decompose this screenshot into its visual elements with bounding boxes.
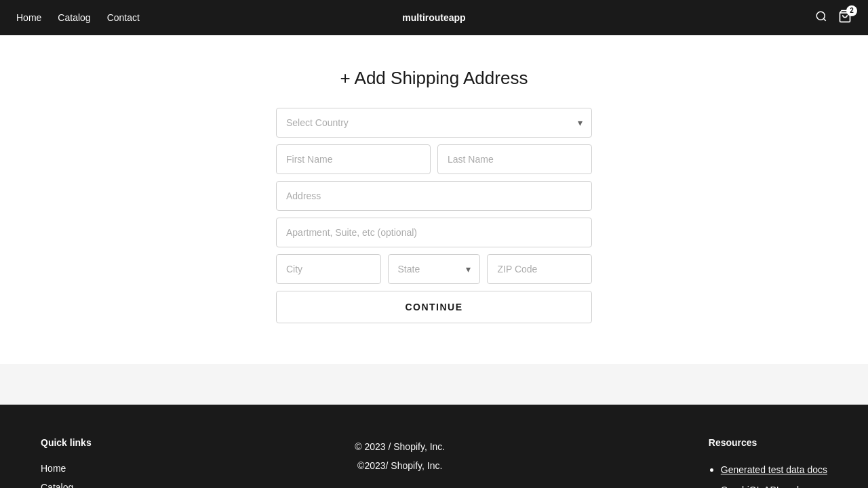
continue-button[interactable]: CONTINUE [276, 291, 592, 323]
footer-copyright-line1: © 2023 / Shopify, Inc. [355, 437, 445, 456]
nav-actions: 2 [815, 9, 852, 26]
city-state-zip-row: State [276, 254, 592, 284]
country-select-wrapper: Select Country [276, 108, 592, 138]
footer-copyright-col: © 2023 / Shopify, Inc. ©2023/ Shopify, I… [355, 437, 445, 488]
footer-home-link[interactable]: Home [41, 459, 92, 478]
graphiql-api-link[interactable]: GraphiQL API explorer [721, 481, 827, 488]
state-select[interactable]: State [388, 254, 481, 284]
footer-quick-links: Quick links Home Catalog Contact [41, 437, 92, 488]
nav-home[interactable]: Home [16, 12, 41, 23]
footer-resources: Resources Generated test data docs Graph… [709, 437, 827, 488]
state-select-wrapper: State [388, 254, 481, 284]
apt-input[interactable] [276, 218, 592, 247]
list-item: GraphiQL API explorer [721, 479, 827, 488]
last-name-input[interactable] [437, 144, 592, 174]
cart-icon[interactable]: 2 [838, 9, 852, 26]
svg-line-1 [823, 18, 825, 20]
resources-list: Generated test data docs GraphiQL API ex… [709, 459, 827, 488]
address-input[interactable] [276, 181, 592, 211]
brand-link[interactable]: multirouteapp [402, 12, 465, 23]
svg-point-0 [816, 12, 825, 20]
footer-top: Quick links Home Catalog Contact © 2023 … [41, 437, 827, 488]
city-input[interactable] [276, 254, 381, 284]
nav-links: Home Catalog Contact [16, 12, 140, 23]
resources-heading: Resources [709, 437, 827, 448]
quick-links-heading: Quick links [41, 437, 92, 448]
search-icon[interactable] [815, 10, 827, 26]
shipping-form: Select Country State CONTINUE [276, 108, 592, 323]
country-select[interactable]: Select Country [276, 108, 592, 138]
generated-test-data-link[interactable]: Generated test data docs [721, 460, 827, 479]
name-row [276, 144, 592, 174]
zip-input[interactable] [487, 254, 592, 284]
nav-contact[interactable]: Contact [107, 12, 140, 23]
navbar: Home Catalog Contact multirouteapp 2 [0, 0, 868, 35]
list-item: Generated test data docs [721, 459, 827, 479]
first-name-input[interactable] [276, 144, 431, 174]
footer: Quick links Home Catalog Contact © 2023 … [0, 405, 868, 488]
cart-badge: 2 [846, 5, 857, 16]
main-content: + Add Shipping Address Select Country St… [0, 35, 868, 364]
section-divider [0, 364, 868, 405]
nav-brand: multirouteapp [402, 12, 465, 24]
page-title: + Add Shipping Address [340, 68, 528, 89]
nav-catalog[interactable]: Catalog [58, 12, 90, 23]
footer-copyright-line2: ©2023/ Shopify, Inc. [355, 456, 445, 475]
footer-catalog-link[interactable]: Catalog [41, 478, 92, 488]
